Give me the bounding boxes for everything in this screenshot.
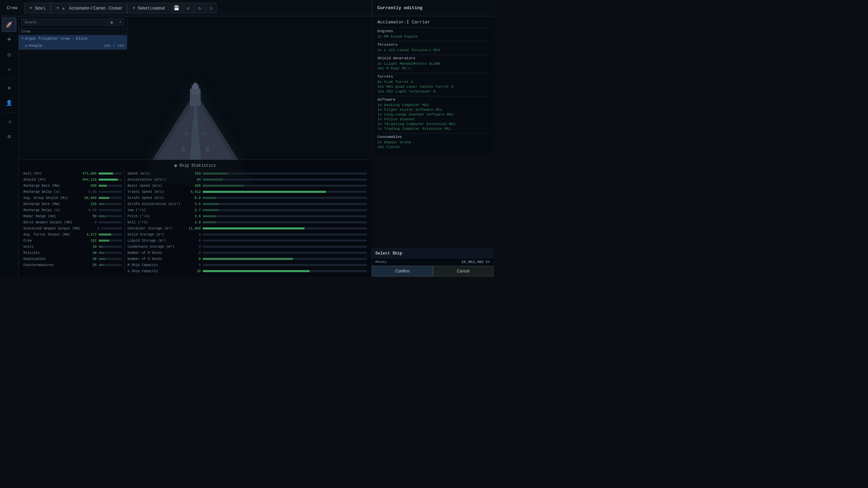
svg-rect-5: [193, 83, 197, 88]
stat-row: Radar Range (km) 50: [23, 214, 122, 219]
redo-button[interactable]: ↻: [194, 3, 205, 14]
stat-value: 0: [82, 227, 99, 230]
save-button[interactable]: 💾: [171, 3, 182, 14]
stats-column-divider: [124, 171, 125, 274]
size-dropdown[interactable]: ▼ Size L: [24, 3, 51, 14]
stat-value: 0: [184, 251, 201, 255]
stat-value: 0: [80, 221, 97, 224]
sidebar-item-crew[interactable]: 👤: [2, 96, 16, 110]
right-section: Software1x Docking Computer Mk21x Flight…: [377, 96, 488, 131]
crew-section-header: Crew: [19, 28, 127, 35]
loadout-dropdown[interactable]: ▼ Select Loadout: [127, 3, 170, 14]
main-viewport: Ship Statistics Hull (MJ) 471,000 Shield…: [19, 16, 372, 277]
stat-value: 153: [184, 172, 201, 176]
stat-bar-container: [99, 197, 122, 199]
crew-people-item[interactable]: ▶ People 101 / 101: [19, 42, 127, 49]
cancel-button[interactable]: Cancel: [433, 266, 494, 277]
stat-row: Recharge Delay (s) 0.00: [23, 189, 122, 195]
sidebar-item-radar[interactable]: ⊕: [2, 81, 16, 95]
stats-grid: Hull (MJ) 471,000 Shield (MJ) 664,116 Re…: [23, 171, 367, 274]
stat-label: Missiles: [23, 251, 78, 255]
crew-item-name: ▼ Argon freighter crew - Elite: [21, 37, 87, 41]
stat-label: M Ship Capacity: [127, 263, 182, 267]
sidebar-item-gear[interactable]: ⚙: [2, 129, 16, 144]
svg-point-25: [182, 148, 185, 151]
stat-label: Shield (MJ): [23, 178, 78, 182]
stat-label: Radar Range (km): [23, 215, 78, 218]
sidebar-item-back[interactable]: ↩: [2, 62, 16, 77]
stat-bar: [99, 240, 109, 242]
stat-bar-container: [203, 172, 367, 175]
stat-row: Sustained Weapon Output (MW) 0: [23, 226, 122, 231]
stat-row: Avg. Group Shield (MJ) 66,069: [23, 195, 122, 201]
sidebar-item-target[interactable]: ◎: [2, 47, 16, 62]
filter-button[interactable]: ▦: [108, 18, 115, 26]
right-section: Consumables2x Repair Drone25x Flares: [377, 133, 488, 149]
section-item: 6x FLAK Turret G: [377, 80, 488, 84]
right-panel: Acclamator-I Carrier Engines2x MM Essum …: [372, 16, 494, 155]
stat-label: Burst Weapon Output (MW): [23, 221, 78, 224]
stat-bar: [203, 172, 228, 175]
currently-editing-label: Currently editing: [377, 5, 422, 11]
stat-bar: [99, 233, 111, 236]
stat-row: Strafe Speed (m/s) 6.6: [127, 195, 367, 201]
svg-rect-20: [185, 133, 188, 134]
stats-label: Ship Statistics: [179, 163, 216, 168]
ship-name-dropdown[interactable]: ▼ ▲ Acclamator-I Carrier - Cruiser: [51, 3, 127, 14]
dropdown-arrow-loadout: ▼: [132, 6, 136, 10]
confirm-button[interactable]: Confirm: [372, 266, 433, 277]
svg-point-26: [206, 148, 209, 151]
stat-label: Strafe Acceleration (m/s²): [127, 202, 182, 206]
stat-value: 8: [184, 257, 201, 261]
stat-label: S Ship Capacity: [127, 269, 182, 273]
stat-label: Recharge Rate (MW): [23, 202, 78, 206]
money-label: Money: [375, 260, 387, 264]
stat-bar-container: [203, 185, 367, 187]
search-input[interactable]: [21, 19, 106, 25]
stat-row: S Ship Capacity 16: [127, 268, 367, 274]
stat-label: Countermeasures: [23, 263, 78, 267]
stat-bar-container: [203, 270, 367, 272]
stat-row: Burst Weapon Output (MW) 0: [23, 220, 122, 225]
refresh-button[interactable]: ↻: [206, 3, 217, 14]
undo-button[interactable]: ↺: [183, 3, 194, 14]
crew-count: 101 / 101: [104, 44, 124, 48]
stat-label: Hull (MJ): [23, 172, 78, 176]
section-item: 12x RH3 Quad Laser Cannon Turret G: [377, 84, 488, 89]
stat-bar-container: [203, 258, 367, 260]
sidebar-item-ship[interactable]: 🚀: [2, 18, 16, 32]
stat-value: 102: [80, 239, 97, 243]
sidebar-divider-1: [3, 79, 15, 79]
stat-row: Crew 102: [23, 238, 122, 243]
crew-group-name: Argon freighter crew - Elite: [25, 37, 87, 41]
stat-value: 11,000: [184, 227, 201, 230]
sidebar-divider-2: [3, 112, 15, 113]
section-title: Shield Generators: [377, 55, 488, 60]
svg-rect-22: [182, 146, 184, 147]
size-label: Size L: [35, 6, 46, 11]
svg-rect-23: [207, 146, 209, 147]
crew-group-item[interactable]: ▼ Argon freighter crew - Elite: [19, 35, 127, 42]
stat-label: Roll (°/s): [127, 221, 182, 224]
stat-value: 16: [184, 269, 201, 273]
dropdown-arrow-ship: ▼: [56, 6, 59, 10]
stat-bar-container: [99, 221, 122, 223]
stat-label: Pitch (°/s): [127, 215, 182, 218]
section-item: 1x Docking Computer Mk2: [377, 103, 488, 107]
stat-bar-container: [203, 197, 367, 199]
stats-title: Ship Statistics: [23, 163, 367, 168]
sort-button[interactable]: ≡: [117, 18, 124, 26]
stat-value: 3.5: [184, 202, 201, 206]
stat-bar: [99, 185, 107, 187]
stat-value: 0: [184, 239, 201, 243]
stat-bar-container: [203, 227, 367, 229]
stat-row: Speed (m/s) 153: [127, 171, 367, 176]
stat-bar-container: [99, 209, 122, 211]
sidebar-item-nav[interactable]: ◁: [2, 115, 16, 129]
stat-value: 50: [80, 215, 97, 218]
stat-bar-container: [203, 233, 367, 236]
sidebar-item-add[interactable]: +: [2, 33, 16, 47]
stat-label: Number of S Docks: [127, 257, 182, 261]
stat-value: 2.6: [184, 215, 201, 218]
crew-search-bar: ▦ ≡: [19, 16, 127, 28]
